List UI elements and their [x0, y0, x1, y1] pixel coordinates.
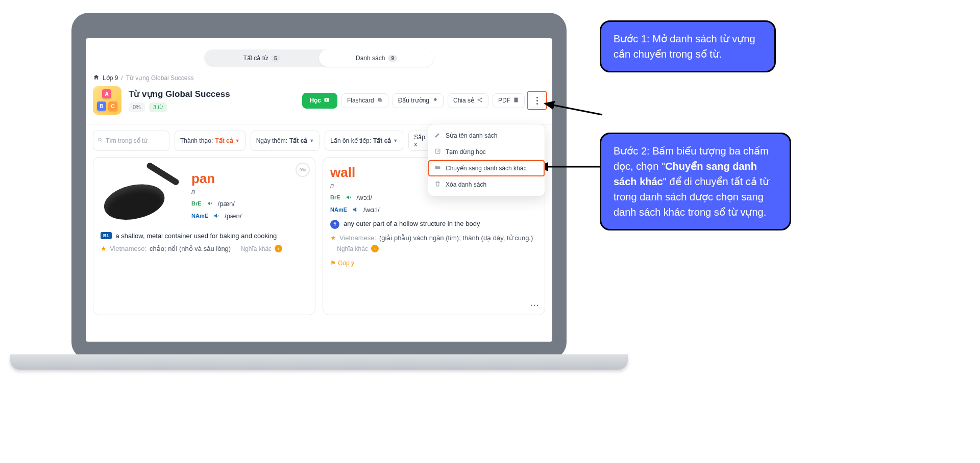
menu-delete-label: Xóa danh sách: [446, 181, 486, 188]
pdf-label: PDF: [498, 97, 510, 104]
search-input[interactable]: Tìm trong sổ từ: [93, 131, 169, 151]
chevron-right-icon[interactable]: ›: [371, 245, 379, 252]
card-pan-pct: 0%: [296, 163, 310, 177]
menu-delete[interactable]: Xóa danh sách: [428, 176, 545, 193]
annotation-step-2: Bước 2: Bấm biểu tượng ba chấm dọc, chọn…: [600, 133, 791, 230]
filter-next-review[interactable]: Lần ôn kế tiếp: Tất cả ▼: [325, 131, 403, 151]
wall-bre-ipa: /wɔːl/: [357, 194, 373, 201]
arena-button[interactable]: Đấu trường: [393, 93, 444, 108]
cube-c: C: [108, 101, 117, 111]
pan-bre-ipa: /pæn/: [218, 200, 235, 208]
toggle-list-label: Danh sách: [356, 55, 385, 62]
more-dropdown: Sửa tên danh sách Tạm dừng học Chuyển sa…: [428, 124, 545, 196]
pan-bre-label: BrE: [191, 200, 202, 207]
pan-image: [101, 165, 182, 226]
cube-a: A: [102, 89, 111, 98]
wall-name-ipa: /wɑːl/: [363, 206, 380, 214]
annotation-step-1: Bước 1: Mở danh sách từ vựng cần chuyển …: [600, 20, 776, 72]
audio-icon[interactable]: [212, 212, 220, 220]
pdf-icon: [513, 97, 519, 105]
sort-label: Sắp x: [414, 134, 428, 148]
chevron-down-icon: ▼: [235, 138, 240, 143]
pan-name-label: NAmE: [191, 213, 208, 219]
pan-vn-label: Vietnamese:: [110, 245, 146, 252]
cube-b: B: [97, 101, 106, 111]
star-icon: ★: [330, 234, 336, 242]
breadcrumb: Lớp 9 / Từ vựng Global Success: [86, 67, 552, 86]
filter-added[interactable]: Ngày thêm: Tất cả ▼: [251, 131, 320, 151]
toggle-all-count: 5: [271, 55, 280, 62]
app-screen: Tất cả từ 5 Danh sách 9 Lớp 9 / Từ vựng …: [86, 38, 552, 342]
added-value: Tất cả: [289, 137, 307, 144]
filter-mastery[interactable]: Thành thạo: Tất cả ▼: [175, 131, 246, 151]
share-label: Chia sẻ: [453, 97, 474, 104]
arena-label: Đấu trường: [398, 97, 429, 104]
bubble1-text: Bước 1: Mở danh sách từ vựng cần chuyển …: [614, 33, 755, 60]
next-label: Lần ôn kế tiếp:: [330, 137, 371, 144]
fire-icon: [432, 97, 438, 105]
svg-rect-8: [435, 149, 440, 153]
wall-definition: any outer part of a hollow structure in …: [344, 220, 480, 227]
svg-point-3: [478, 99, 479, 100]
home-icon[interactable]: [93, 74, 100, 82]
dots-icon: [536, 97, 538, 98]
cards-icon: [377, 97, 383, 105]
svg-rect-2: [378, 99, 382, 101]
set-header: A B C Từ vựng Global Success 0% 3 từ Học…: [86, 86, 552, 124]
share-icon: [477, 97, 483, 105]
menu-pause-label: Tạm dừng học: [446, 148, 486, 156]
wall-vn: (giải phẫu) vách ngăn (tim); thành (dạ d…: [379, 234, 533, 242]
card-wall-more[interactable]: ···: [530, 301, 540, 310]
wall-other-meanings[interactable]: Nghĩa khác: [337, 245, 368, 252]
more-button[interactable]: [529, 93, 545, 108]
wall-feedback-label: Góp ý: [338, 260, 354, 267]
learn-button[interactable]: Học: [302, 93, 337, 109]
svg-rect-6: [514, 97, 518, 102]
set-count: 3 từ: [149, 102, 167, 112]
pan-vn: chảo; nồi (nhỏ và sâu lòng): [150, 245, 231, 252]
audio-icon[interactable]: [206, 199, 214, 208]
pause-icon: [434, 148, 442, 156]
chevron-down-icon: ▼: [393, 138, 398, 143]
share-button[interactable]: Chia sẻ: [448, 93, 488, 108]
flashcard-button[interactable]: Flashcard: [341, 93, 388, 108]
star-icon: ★: [101, 245, 107, 252]
chevron-down-icon: ▼: [309, 138, 314, 143]
hash-icon: #: [330, 220, 339, 229]
menu-pause[interactable]: Tạm dừng học: [428, 144, 545, 160]
pan-level: B1: [101, 232, 112, 239]
trash-icon: [434, 181, 442, 189]
set-icon: A B C: [93, 86, 121, 115]
breadcrumb-root[interactable]: Lớp 9: [103, 74, 118, 82]
pan-other-meanings[interactable]: Nghĩa khác: [240, 245, 272, 252]
search-placeholder: Tìm trong sổ từ: [106, 137, 148, 144]
search-icon: [97, 137, 103, 144]
set-meta: Từ vựng Global Success 0% 3 từ: [129, 89, 230, 112]
play-icon: [324, 97, 330, 105]
learn-label: Học: [310, 97, 321, 104]
set-title: Từ vựng Global Success: [129, 89, 230, 99]
header-actions: Học Flashcard Đấu trường Chia sẻ PDF: [302, 93, 545, 109]
svg-point-4: [481, 98, 482, 99]
flag-icon: ⚑: [330, 260, 336, 267]
pan-name-ipa: /pæn/: [225, 212, 241, 220]
card-pan: 0% pan n BrE /pæn/: [93, 157, 315, 315]
pan-word: pan: [191, 171, 241, 187]
pdf-button[interactable]: PDF: [493, 93, 525, 108]
wall-name-label: NAmE: [330, 207, 347, 213]
flashcard-label: Flashcard: [347, 97, 374, 104]
audio-icon[interactable]: [351, 205, 359, 214]
added-label: Ngày thêm:: [256, 137, 287, 144]
toggle-lists[interactable]: Danh sách 9: [319, 49, 434, 67]
svg-point-5: [481, 101, 482, 102]
menu-rename-label: Sửa tên danh sách: [446, 132, 497, 139]
menu-rename[interactable]: Sửa tên danh sách: [428, 127, 545, 144]
menu-move-label: Chuyển sang danh sách khác: [446, 165, 526, 172]
menu-move[interactable]: Chuyển sang danh sách khác: [428, 160, 545, 176]
wall-feedback[interactable]: ⚑ Góp ý: [330, 260, 537, 267]
wall-vn-label: Vietnamese:: [339, 234, 376, 242]
audio-icon[interactable]: [345, 193, 353, 201]
next-value: Tất cả: [373, 137, 391, 144]
chevron-right-icon[interactable]: ›: [275, 245, 282, 252]
toggle-all-words[interactable]: Tất cả từ 5: [204, 49, 319, 67]
